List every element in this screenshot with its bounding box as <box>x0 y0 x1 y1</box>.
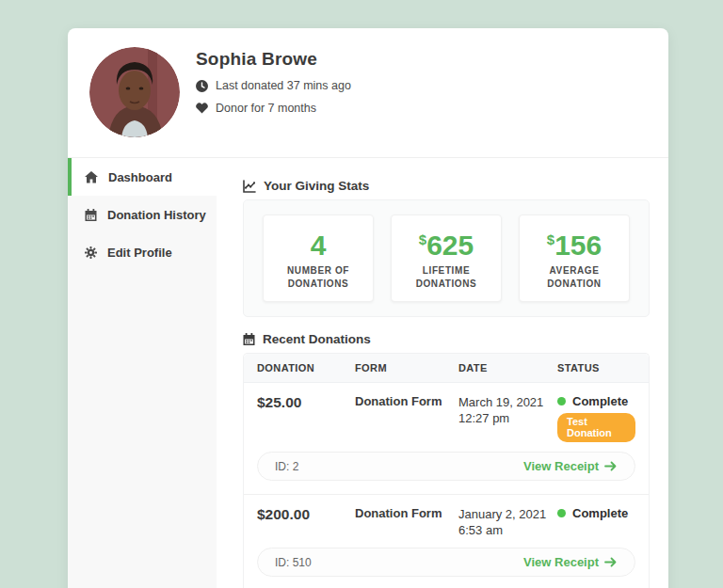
profile-info: Sophia Browe Last donated 37 mins ago Do… <box>196 49 351 115</box>
table-row: $200.00 Donation Form January 2, 20216:5… <box>244 495 649 542</box>
stat-card-average-donation: $156 AVERAGEDONATION <box>519 215 630 302</box>
stat-card-lifetime-donations: $625 LIFETIMEDONATIONS <box>391 215 502 302</box>
status-dot-icon <box>557 509 566 517</box>
donation-id-bar: ID: 2 View Receipt <box>257 452 635 481</box>
arrow-right-icon <box>604 557 618 567</box>
donation-group: $200.00 Donation Form January 2, 20216:5… <box>244 495 649 588</box>
calendar-icon <box>85 209 97 221</box>
table-row: $25.00 Donation Form March 19, 202112:27… <box>244 383 649 446</box>
giving-stats-heading: Your Giving Stats <box>243 179 650 193</box>
sidebar-item-label: Dashboard <box>108 170 172 184</box>
status-dot-icon <box>557 397 566 405</box>
stat-number: 4 <box>311 230 327 261</box>
status-text: Complete <box>572 394 628 408</box>
gear-icon <box>85 246 97 259</box>
donor-for-row: Donor for 7 months <box>196 102 351 115</box>
profile-name: Sophia Browe <box>196 49 351 70</box>
donor-for-text: Donor for 7 months <box>216 102 316 115</box>
view-receipt-label: View Receipt <box>523 459 599 473</box>
sidebar-item-edit-profile[interactable]: Edit Profile <box>68 233 217 271</box>
sidebar: Dashboard Donation History <box>68 158 217 588</box>
table-header-row: DONATION FORM DATE STATUS <box>244 354 649 383</box>
dashboard-body: Dashboard Donation History <box>68 158 668 588</box>
donation-form: Donation Form <box>355 394 458 442</box>
last-donated-row: Last donated 37 mins ago <box>196 79 351 92</box>
chart-line-icon <box>243 180 256 193</box>
view-receipt-link[interactable]: View Receipt <box>523 459 618 473</box>
stat-value: $625 <box>395 226 497 260</box>
avatar-image <box>89 47 180 137</box>
giving-stats-box: 4 NUMBER OFDONATIONS $625 LIFETIMEDONATI… <box>243 199 650 317</box>
column-header-form: FORM <box>355 362 458 373</box>
main-content: Your Giving Stats 4 NUMBER OFDONATIONS $… <box>217 158 668 588</box>
stat-label: LIFETIMEDONATIONS <box>395 264 497 291</box>
stat-value: 4 <box>267 226 369 260</box>
donation-id-bar: ID: 510 View Receipt <box>257 548 635 577</box>
sidebar-item-dashboard[interactable]: Dashboard <box>68 158 217 196</box>
stat-card-number-of-donations: 4 NUMBER OFDONATIONS <box>263 215 374 302</box>
last-donated-text: Last donated 37 mins ago <box>216 79 351 92</box>
column-header-date: DATE <box>458 362 557 373</box>
donation-id: ID: 2 <box>275 460 298 473</box>
donation-date: March 19, 202112:27 pm <box>458 394 557 442</box>
sidebar-item-label: Donation History <box>107 208 206 222</box>
donation-amount: $25.00 <box>257 394 355 442</box>
calendar-icon <box>243 333 255 345</box>
clock-icon <box>196 80 208 92</box>
column-header-status: STATUS <box>557 362 635 373</box>
recent-donations-table: DONATION FORM DATE STATUS $25.00 Donatio… <box>243 353 650 588</box>
sidebar-item-donation-history[interactable]: Donation History <box>68 196 217 233</box>
giving-stats-title: Your Giving Stats <box>264 179 369 193</box>
donation-status: Complete <box>557 506 635 538</box>
heart-icon <box>196 103 208 114</box>
arrow-right-icon <box>604 461 618 471</box>
recent-donations-title: Recent Donations <box>263 332 371 346</box>
stat-number: 625 <box>426 230 474 261</box>
column-header-donation: DONATION <box>257 362 355 373</box>
donation-amount: $200.00 <box>257 506 355 538</box>
donation-id: ID: 510 <box>275 556 312 569</box>
stat-label: NUMBER OFDONATIONS <box>267 264 369 291</box>
donation-group: $25.00 Donation Form March 19, 202112:27… <box>244 383 649 495</box>
stat-value: $156 <box>523 226 625 260</box>
stat-label: AVERAGEDONATION <box>523 264 625 291</box>
test-donation-badge: Test Donation <box>557 413 635 442</box>
avatar <box>89 47 180 137</box>
currency-sign: $ <box>419 231 426 247</box>
status-text: Complete <box>572 506 628 520</box>
view-receipt-label: View Receipt <box>523 555 599 569</box>
currency-sign: $ <box>547 231 554 247</box>
stat-number: 156 <box>554 230 602 261</box>
donation-status: Complete Test Donation <box>557 394 635 442</box>
sidebar-item-label: Edit Profile <box>107 246 172 260</box>
home-icon <box>85 171 98 183</box>
donor-dashboard-card: Sophia Browe Last donated 37 mins ago Do… <box>68 28 668 588</box>
donation-date: January 2, 20216:53 am <box>458 506 557 538</box>
view-receipt-link[interactable]: View Receipt <box>523 555 618 569</box>
donation-form: Donation Form <box>355 506 458 538</box>
profile-header: Sophia Browe Last donated 37 mins ago Do… <box>68 28 668 158</box>
recent-donations-heading: Recent Donations <box>243 332 650 346</box>
